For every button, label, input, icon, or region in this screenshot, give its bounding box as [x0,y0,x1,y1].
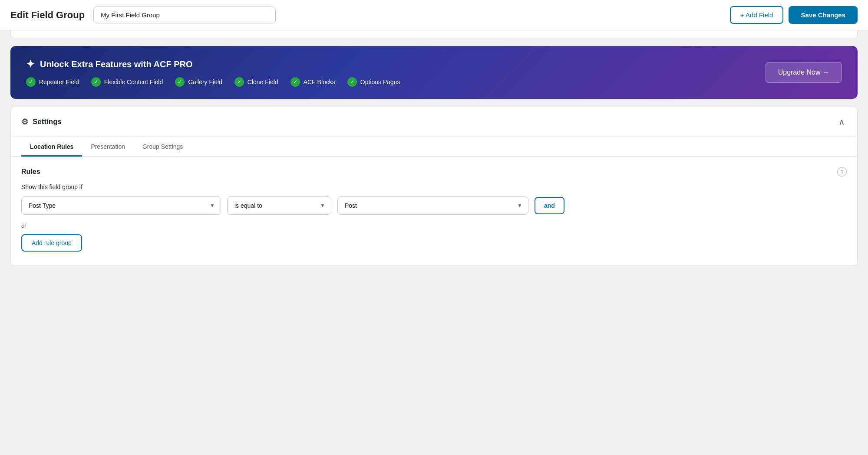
gear-icon: ⚙ [21,117,28,127]
header-actions: + Add Field Save Changes [730,6,858,24]
add-field-button[interactable]: + Add Field [730,6,783,24]
page-title: Edit Field Group [10,10,85,21]
check-icon: ✓ [290,77,300,87]
check-icon: ✓ [175,77,185,87]
rule-row: Post Type Post Page User Taxonomy ▼ is e… [21,196,847,215]
settings-header: ⚙ Settings ∧ [11,107,857,137]
promo-feature-options: ✓ Options Pages [347,77,400,87]
tabs-bar: Location Rules Presentation Group Settin… [11,137,857,157]
promo-feature-acf-blocks: ✓ ACF Blocks [290,77,335,87]
field-group-name-input[interactable] [93,7,276,23]
check-icon: ✓ [347,77,357,87]
top-partial-card [10,30,858,38]
help-icon[interactable]: ? [837,167,847,177]
condition-type-wrapper: Post Type Post Page User Taxonomy ▼ [21,196,221,215]
and-button[interactable]: and [535,197,564,214]
promo-features: ✓ Repeater Field ✓ Flexible Content Fiel… [26,77,400,87]
tab-location-rules[interactable]: Location Rules [21,137,82,157]
settings-card: ⚙ Settings ∧ Location Rules Presentation… [10,107,858,266]
star-icon: ✦ [26,58,35,70]
check-icon: ✓ [234,77,244,87]
condition-operator-select[interactable]: is equal to is not equal to [227,196,331,215]
condition-value-wrapper: Post Page Custom Post Type ▼ [337,196,528,215]
condition-operator-wrapper: is equal to is not equal to ▼ [227,196,331,215]
and-label: and [544,202,555,209]
promo-banner: ✦ Unlock Extra Features with ACF PRO ✓ R… [10,46,858,99]
settings-title: ⚙ Settings [21,117,62,127]
save-changes-button[interactable]: Save Changes [789,6,858,24]
add-field-label: + Add Field [740,11,773,19]
upgrade-label: Upgrade Now → [778,69,829,76]
collapse-button[interactable]: ∧ [837,115,847,129]
tab-group-settings[interactable]: Group Settings [134,137,191,157]
condition-value-select[interactable]: Post Page Custom Post Type [337,196,528,215]
rules-label: Rules [21,168,40,176]
add-rule-group-label: Add rule group [32,239,72,246]
rules-section: Rules ? Show this field group if Post Ty… [11,157,857,265]
add-rule-group-button[interactable]: Add rule group [21,234,82,252]
promo-feature-gallery: ✓ Gallery Field [175,77,222,87]
upgrade-now-button[interactable]: Upgrade Now → [766,62,842,83]
condition-type-select[interactable]: Post Type Post Page User Taxonomy [21,196,221,215]
chevron-up-icon: ∧ [838,117,845,127]
rules-header: Rules ? [21,167,847,177]
show-field-group-label: Show this field group if [21,183,847,190]
save-changes-label: Save Changes [801,11,845,19]
promo-feature-repeater: ✓ Repeater Field [26,77,79,87]
header: Edit Field Group + Add Field Save Change… [0,0,868,30]
promo-feature-clone: ✓ Clone Field [234,77,278,87]
promo-title: ✦ Unlock Extra Features with ACF PRO [26,58,400,70]
promo-left: ✦ Unlock Extra Features with ACF PRO ✓ R… [26,58,400,87]
check-icon: ✓ [26,77,36,87]
promo-feature-flexible: ✓ Flexible Content Field [91,77,163,87]
tab-presentation[interactable]: Presentation [82,137,134,157]
or-label: or [21,223,847,229]
check-icon: ✓ [91,77,101,87]
